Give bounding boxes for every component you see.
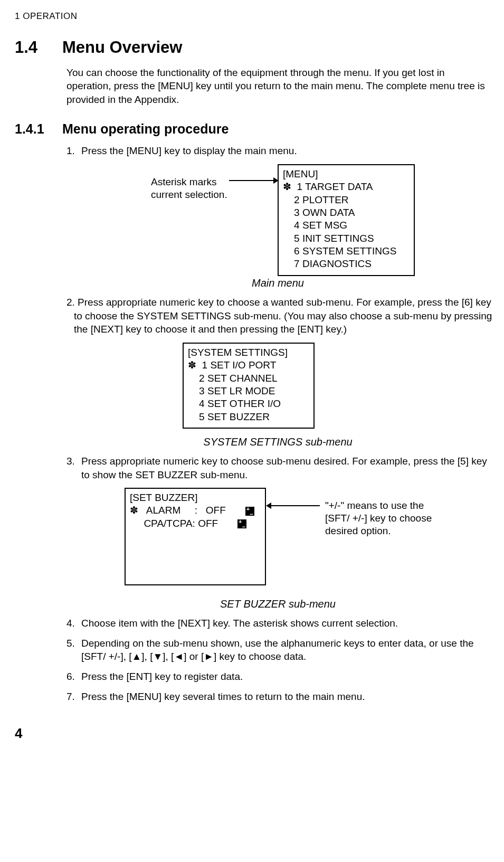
plus-minus-icon <box>245 507 254 516</box>
section-1-4-number: 1.4 <box>15 36 62 59</box>
figure-1-annotation-line2: current selection. <box>151 189 227 200</box>
set-buzzer-row: CPA/TCPA: OFF <box>130 517 261 530</box>
section-1-4-heading: 1.4Menu Overview <box>15 36 489 59</box>
step-3: 3.Press appropriate numeric key to choos… <box>66 454 489 481</box>
system-settings-item: 5 SET BUZZER <box>188 411 309 423</box>
figure-3-annotation: "+/-" means to use the [SFT/ +/-] key to… <box>325 499 432 537</box>
section-1-4-1-title: Menu operating procedure <box>62 121 229 136</box>
step-7-text: Press the [MENU] key several times to re… <box>81 690 487 704</box>
step-6-number: 6. <box>66 670 81 684</box>
main-menu-item: 5 INIT SETTINGS <box>283 232 410 245</box>
system-settings-item: 4 SET OTHER I/O <box>188 397 309 410</box>
step-5-number: 5. <box>66 637 81 650</box>
set-buzzer-row-text: CPA/TCPA: OFF <box>130 518 218 529</box>
page-number: 4 <box>15 724 489 743</box>
step-7: 7.Press the [MENU] key several times to … <box>66 690 489 704</box>
plus-minus-icon <box>237 519 246 528</box>
figure-3-caption: SET BUZZER sub-menu <box>66 597 489 611</box>
figure-3-annotation-line1: "+/-" means to use the <box>325 500 424 511</box>
figure-1-caption: Main menu <box>66 276 489 290</box>
set-buzzer-title: [SET BUZZER] <box>130 491 261 504</box>
step-2-text: 2. Press appropriate numeric key to choo… <box>66 296 497 336</box>
step-6-text: Press the [ENT] key to register data. <box>81 670 487 684</box>
step-1-text: Press the [MENU] key to display the main… <box>81 144 487 158</box>
main-menu-title: [MENU] <box>283 168 410 181</box>
step-6: 6.Press the [ENT] key to register data. <box>66 670 489 684</box>
section-1-4-1-number: 1.4.1 <box>15 120 62 138</box>
figure-1-annotation: Asterisk marks current selection. <box>151 176 227 201</box>
system-settings-item: ✽ 1 SET I/O PORT <box>188 359 309 372</box>
figure-system-settings: [SYSTEM SETTINGS] ✽ 1 SET I/O PORT 2 SET… <box>66 343 489 429</box>
figure-set-buzzer: [SET BUZZER] ✽ ALARM : OFF CPA/TCPA: OFF… <box>66 488 489 591</box>
step-4: 4.Choose item with the [NEXT] key. The a… <box>66 617 489 630</box>
arrow-right-icon <box>229 180 278 181</box>
set-buzzer-row-text: ✽ ALARM : OFF <box>130 505 226 516</box>
figure-main-menu: Asterisk marks current selection. [MENU]… <box>66 164 489 270</box>
main-menu-item: 7 DIAGNOSTICS <box>283 258 410 270</box>
main-menu-item: 4 SET MSG <box>283 219 410 232</box>
section-1-4-title: Menu Overview <box>62 38 182 56</box>
step-2: 2. Press appropriate numeric key to choo… <box>66 296 489 336</box>
main-menu-item: 3 OWN DATA <box>283 206 410 219</box>
step-7-number: 7. <box>66 690 81 704</box>
system-settings-box: [SYSTEM SETTINGS] ✽ 1 SET I/O PORT 2 SET… <box>183 343 315 429</box>
set-buzzer-row: ✽ ALARM : OFF <box>130 504 261 517</box>
step-1-number: 1. <box>66 144 81 158</box>
step-5: 5.Depending on the sub-menu shown, use t… <box>66 637 489 664</box>
system-settings-item: 3 SET LR MODE <box>188 385 309 397</box>
figure-3-annotation-line3: desired option. <box>325 525 391 536</box>
main-menu-item: 6 SYSTEM SETTINGS <box>283 245 410 258</box>
main-menu-item: ✽ 1 TARGET DATA <box>283 181 410 193</box>
figure-2-caption: SYSTEM SETTINGS sub-menu <box>66 435 489 449</box>
step-3-number: 3. <box>66 454 81 468</box>
step-4-number: 4. <box>66 617 81 630</box>
step-3-text: Press appropriate numeric key to choose … <box>81 454 487 481</box>
system-settings-item: 2 SET CHANNEL <box>188 372 309 385</box>
figure-3-annotation-line2: [SFT/ +/-] key to choose <box>325 513 432 524</box>
step-5-text: Depending on the sub-menu shown, use the… <box>81 637 487 664</box>
arrow-left-icon <box>267 505 320 506</box>
running-header: 1 OPERATION <box>15 11 489 23</box>
figure-1-annotation-line1: Asterisk marks <box>151 176 217 187</box>
step-4-text: Choose item with the [NEXT] key. The ast… <box>81 617 487 630</box>
main-menu-box: [MENU] ✽ 1 TARGET DATA 2 PLOTTER 3 OWN D… <box>278 164 415 276</box>
set-buzzer-box: [SET BUZZER] ✽ ALARM : OFF CPA/TCPA: OFF <box>125 488 266 585</box>
main-menu-item: 2 PLOTTER <box>283 194 410 206</box>
section-1-4-intro: You can choose the functionality of the … <box>66 66 489 107</box>
section-1-4-1-heading: 1.4.1Menu operating procedure <box>15 120 489 138</box>
system-settings-title: [SYSTEM SETTINGS] <box>188 346 309 359</box>
step-1: 1.Press the [MENU] key to display the ma… <box>66 144 489 158</box>
